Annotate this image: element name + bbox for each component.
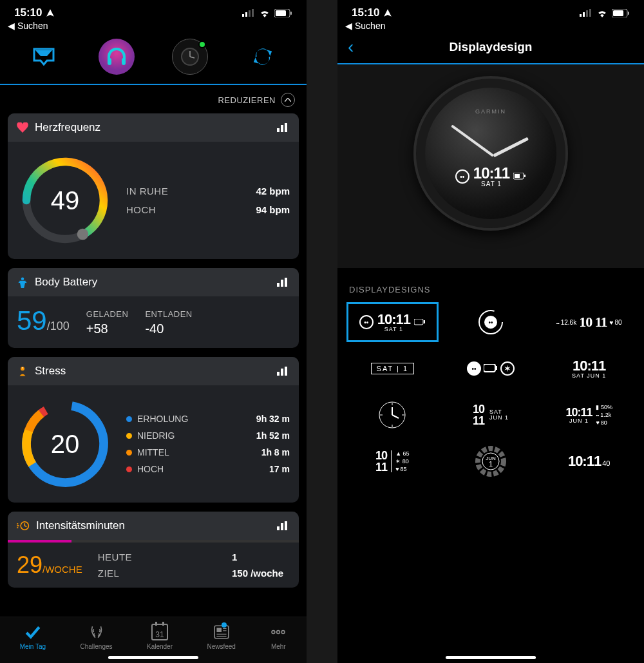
- profile-avatar[interactable]: [84, 36, 151, 77]
- card-title: Stress: [35, 365, 66, 378]
- phone-dashboard: 15:10 ◀ Suchen R: [0, 0, 307, 663]
- watch-face-option-12[interactable]: 10:11 40: [543, 441, 635, 481]
- svg-rect-5: [276, 10, 286, 16]
- legend-dot: [126, 433, 132, 439]
- value: 42 bpm: [256, 186, 290, 197]
- notification-dot: [222, 622, 227, 628]
- label: GELADEN: [86, 309, 129, 319]
- stress-ring: 20: [17, 396, 113, 492]
- back-caret-icon: ◀: [8, 21, 15, 31]
- inbox-icon: [33, 48, 55, 66]
- bar-chart-icon[interactable]: [277, 521, 290, 530]
- watch-face-option-9[interactable]: 10:11JUN 1 ▮ 50% 1.2k 80: [543, 395, 635, 435]
- cellular-icon: [242, 9, 255, 17]
- nav-my-day[interactable]: Mein Tag: [20, 624, 46, 650]
- legend-row: ERHOLUNG9h 32 m: [126, 414, 290, 424]
- watch-preview: GARMIN •• 10:11SAT 1: [337, 64, 644, 268]
- watch-face-option-11[interactable]: JUN 1: [445, 441, 537, 481]
- svg-rect-51: [515, 174, 520, 178]
- watch-face-option-5[interactable]: •• ✶: [445, 349, 537, 389]
- value: -40: [145, 322, 192, 336]
- card-body-battery[interactable]: Body Battery 59/100 GELADEN+58 ENTLADEN-…: [8, 268, 299, 348]
- sync-icon: [252, 46, 274, 68]
- label: ENTLADEN: [145, 309, 192, 319]
- nav-newsfeed[interactable]: Newsfeed: [207, 624, 235, 650]
- nav-label: Kalender: [147, 643, 173, 650]
- card-heart-rate[interactable]: Herzfrequenz 49 IN RUHE42 bpm HOCH94 bpm: [8, 113, 299, 259]
- watch-face-option-8[interactable]: 1011 SATJUN 1: [445, 395, 537, 435]
- intensity-value: 29/WOCHE: [17, 552, 82, 579]
- laurel-icon: [88, 624, 105, 640]
- legend-label: MITTEL: [137, 447, 256, 457]
- bar-chart-icon[interactable]: [277, 367, 290, 376]
- collapse-label: REDUZIEREN: [218, 95, 276, 105]
- svg-rect-43: [583, 12, 585, 17]
- nav-more[interactable]: Mehr: [270, 624, 287, 650]
- svg-rect-14: [285, 123, 287, 132]
- svg-rect-1: [245, 12, 247, 17]
- device-button[interactable]: [156, 36, 223, 77]
- svg-rect-53: [424, 320, 425, 323]
- card-stress[interactable]: Stress 20 ERHOLUNG9h 32 mNIEDRIG1h 52 mM…: [8, 357, 299, 503]
- value: 1: [232, 552, 290, 562]
- battery-icon: [274, 9, 292, 17]
- svg-rect-24: [285, 367, 287, 376]
- date-box: SAT | 1: [371, 363, 414, 374]
- nav-header: ‹ Displaydesign: [337, 35, 644, 64]
- inbox-button[interactable]: [10, 36, 77, 77]
- label: IN RUHE: [126, 186, 168, 197]
- svg-rect-47: [613, 10, 623, 16]
- check-icon: [24, 624, 41, 640]
- sync-button[interactable]: [230, 36, 297, 77]
- card-intensity[interactable]: Intensitätsminuten 29/WOCHE HEUTE1 ZIEL1…: [8, 512, 299, 588]
- bar-chart-icon[interactable]: [277, 278, 290, 287]
- svg-point-39: [272, 631, 275, 634]
- nav-calendar[interactable]: 31 Kalender: [147, 624, 173, 650]
- watch-face-option-3[interactable]: 12.6k 10 11 80: [543, 302, 635, 342]
- nav-label: Mein Tag: [20, 643, 46, 650]
- svg-rect-23: [281, 369, 283, 376]
- svg-point-40: [277, 631, 280, 634]
- svg-rect-0: [242, 14, 244, 17]
- page-title: Displaydesign: [450, 40, 533, 54]
- watch-face-option-7[interactable]: [346, 395, 439, 435]
- location-icon: [383, 8, 392, 17]
- watch-face-option-6[interactable]: 10:11SAT JUN 1: [543, 349, 635, 389]
- collapse-row[interactable]: REDUZIEREN: [0, 85, 307, 113]
- svg-rect-58: [496, 366, 497, 370]
- back-button[interactable]: ‹: [348, 37, 354, 57]
- watch-face-option-10[interactable]: 1011 ▲ 65 ✶ 80 85: [346, 441, 439, 481]
- legend-dot: [126, 416, 132, 422]
- watch-face-preview: GARMIN •• 10:11SAT 1: [413, 76, 568, 231]
- date-dial-icon: JUN 1: [475, 446, 506, 477]
- home-indicator[interactable]: [108, 656, 198, 659]
- heart-icon: [17, 122, 28, 133]
- watch-face-option-1[interactable]: •• 10:11SAT 1: [346, 302, 439, 342]
- stress-value: 20: [17, 396, 113, 492]
- body-battery-icon: ✶: [500, 361, 515, 376]
- nav-challenges[interactable]: Challenges: [80, 624, 113, 650]
- steps-icon: ••: [467, 361, 481, 376]
- watch-face-option-4[interactable]: SAT | 1: [346, 349, 439, 389]
- legend-dot: [126, 466, 132, 472]
- back-to-search[interactable]: ◀ Suchen: [337, 21, 644, 35]
- svg-rect-57: [484, 364, 495, 372]
- svg-rect-3: [252, 9, 254, 17]
- steps-icon: ••: [455, 169, 469, 184]
- label: HOCH: [126, 204, 156, 215]
- svg-rect-34: [216, 628, 222, 633]
- back-caret-icon: ◀: [345, 21, 352, 31]
- status-time: 15:10: [14, 6, 42, 19]
- svg-rect-31: [281, 523, 283, 530]
- value: 150 /woche: [232, 568, 290, 579]
- bar-chart-icon[interactable]: [277, 123, 290, 132]
- svg-rect-2: [249, 10, 251, 17]
- analog-clock-icon: [377, 400, 407, 430]
- svg-line-65: [392, 415, 399, 418]
- back-to-search[interactable]: ◀ Suchen: [0, 21, 307, 35]
- svg-rect-12: [277, 128, 279, 132]
- svg-rect-50: [524, 175, 526, 177]
- svg-rect-7: [108, 58, 111, 65]
- home-indicator[interactable]: [446, 656, 536, 659]
- watch-face-option-2[interactable]: ••: [445, 302, 537, 342]
